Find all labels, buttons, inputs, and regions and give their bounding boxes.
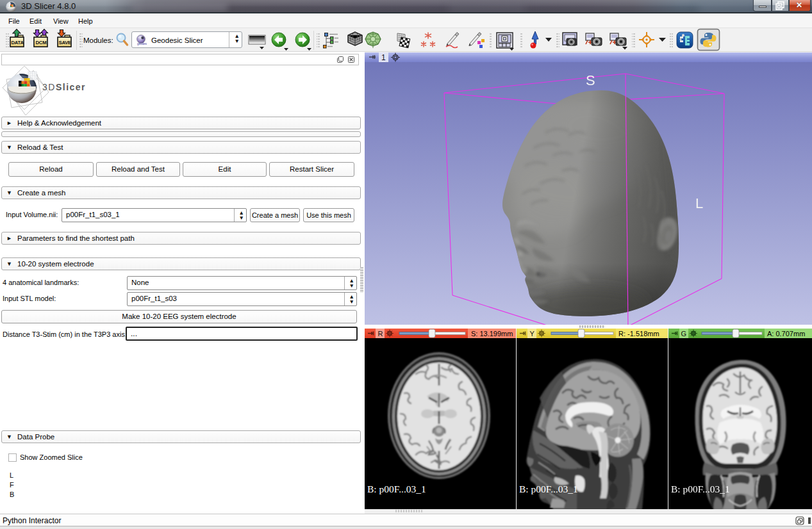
svg-text:S: S (586, 72, 595, 88)
svg-text:SAVE: SAVE (59, 40, 72, 45)
svg-text:L: L (695, 195, 703, 211)
svg-text:G: G (681, 330, 687, 338)
svg-text:1: 1 (381, 53, 386, 62)
svg-text:DATA: DATA (12, 40, 24, 45)
svg-text:R: R (378, 330, 383, 338)
svg-text:geodesic: geodesic (137, 42, 147, 45)
svg-text:Y: Y (530, 330, 535, 338)
svg-text:R: -1.518mm: R: -1.518mm (618, 330, 659, 338)
svg-text:S: 13.199mm: S: 13.199mm (471, 330, 513, 338)
svg-text:DCM: DCM (36, 40, 47, 45)
svg-text:A: 0.707mm: A: 0.707mm (767, 330, 805, 338)
